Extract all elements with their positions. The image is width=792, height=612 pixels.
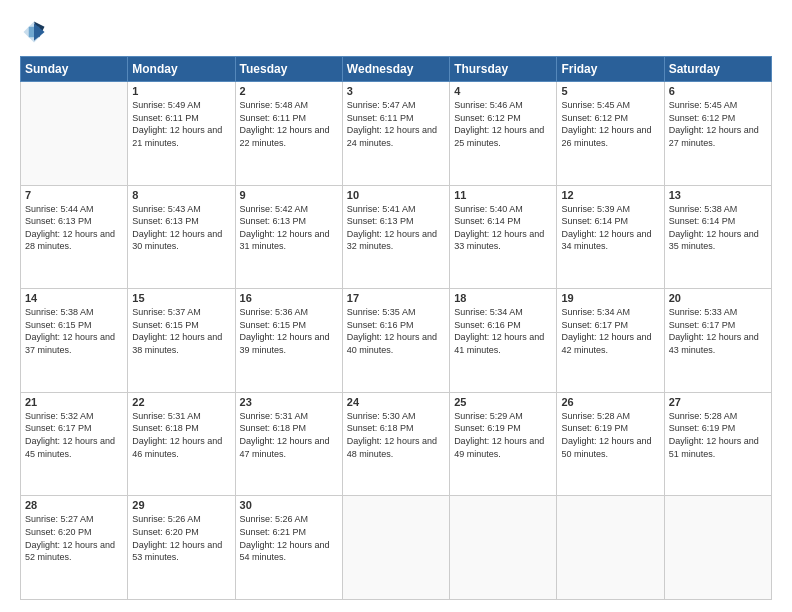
day-number: 2: [240, 85, 338, 97]
col-header-saturday: Saturday: [664, 57, 771, 82]
day-number: 10: [347, 189, 445, 201]
day-number: 3: [347, 85, 445, 97]
calendar-cell: 20Sunrise: 5:33 AMSunset: 6:17 PMDayligh…: [664, 289, 771, 393]
calendar-cell: 4Sunrise: 5:46 AMSunset: 6:12 PMDaylight…: [450, 82, 557, 186]
day-number: 25: [454, 396, 552, 408]
day-number: 9: [240, 189, 338, 201]
calendar-week-1: 1Sunrise: 5:49 AMSunset: 6:11 PMDaylight…: [21, 82, 772, 186]
day-info: Sunrise: 5:36 AMSunset: 6:15 PMDaylight:…: [240, 306, 338, 356]
day-info: Sunrise: 5:47 AMSunset: 6:11 PMDaylight:…: [347, 99, 445, 149]
header: [20, 18, 772, 46]
day-number: 4: [454, 85, 552, 97]
calendar-cell: 13Sunrise: 5:38 AMSunset: 6:14 PMDayligh…: [664, 185, 771, 289]
calendar-cell: [342, 496, 449, 600]
calendar-cell: 18Sunrise: 5:34 AMSunset: 6:16 PMDayligh…: [450, 289, 557, 393]
day-info: Sunrise: 5:38 AMSunset: 6:14 PMDaylight:…: [669, 203, 767, 253]
day-info: Sunrise: 5:41 AMSunset: 6:13 PMDaylight:…: [347, 203, 445, 253]
day-info: Sunrise: 5:34 AMSunset: 6:16 PMDaylight:…: [454, 306, 552, 356]
day-info: Sunrise: 5:44 AMSunset: 6:13 PMDaylight:…: [25, 203, 123, 253]
calendar-cell: 22Sunrise: 5:31 AMSunset: 6:18 PMDayligh…: [128, 392, 235, 496]
calendar-cell: 1Sunrise: 5:49 AMSunset: 6:11 PMDaylight…: [128, 82, 235, 186]
day-number: 17: [347, 292, 445, 304]
day-info: Sunrise: 5:34 AMSunset: 6:17 PMDaylight:…: [561, 306, 659, 356]
day-info: Sunrise: 5:48 AMSunset: 6:11 PMDaylight:…: [240, 99, 338, 149]
day-info: Sunrise: 5:45 AMSunset: 6:12 PMDaylight:…: [561, 99, 659, 149]
calendar-week-4: 21Sunrise: 5:32 AMSunset: 6:17 PMDayligh…: [21, 392, 772, 496]
day-info: Sunrise: 5:46 AMSunset: 6:12 PMDaylight:…: [454, 99, 552, 149]
day-info: Sunrise: 5:38 AMSunset: 6:15 PMDaylight:…: [25, 306, 123, 356]
day-number: 28: [25, 499, 123, 511]
day-number: 20: [669, 292, 767, 304]
calendar-cell: 8Sunrise: 5:43 AMSunset: 6:13 PMDaylight…: [128, 185, 235, 289]
day-info: Sunrise: 5:26 AMSunset: 6:21 PMDaylight:…: [240, 513, 338, 563]
day-info: Sunrise: 5:45 AMSunset: 6:12 PMDaylight:…: [669, 99, 767, 149]
col-header-thursday: Thursday: [450, 57, 557, 82]
day-info: Sunrise: 5:42 AMSunset: 6:13 PMDaylight:…: [240, 203, 338, 253]
calendar-cell: 7Sunrise: 5:44 AMSunset: 6:13 PMDaylight…: [21, 185, 128, 289]
calendar-cell: [21, 82, 128, 186]
day-info: Sunrise: 5:40 AMSunset: 6:14 PMDaylight:…: [454, 203, 552, 253]
day-info: Sunrise: 5:39 AMSunset: 6:14 PMDaylight:…: [561, 203, 659, 253]
calendar-table: SundayMondayTuesdayWednesdayThursdayFrid…: [20, 56, 772, 600]
day-info: Sunrise: 5:31 AMSunset: 6:18 PMDaylight:…: [132, 410, 230, 460]
day-number: 15: [132, 292, 230, 304]
calendar-cell: 19Sunrise: 5:34 AMSunset: 6:17 PMDayligh…: [557, 289, 664, 393]
calendar-cell: 27Sunrise: 5:28 AMSunset: 6:19 PMDayligh…: [664, 392, 771, 496]
day-number: 7: [25, 189, 123, 201]
day-number: 22: [132, 396, 230, 408]
calendar-cell: 28Sunrise: 5:27 AMSunset: 6:20 PMDayligh…: [21, 496, 128, 600]
calendar-cell: 24Sunrise: 5:30 AMSunset: 6:18 PMDayligh…: [342, 392, 449, 496]
logo: [20, 18, 50, 46]
day-number: 13: [669, 189, 767, 201]
day-number: 29: [132, 499, 230, 511]
calendar-week-2: 7Sunrise: 5:44 AMSunset: 6:13 PMDaylight…: [21, 185, 772, 289]
calendar-cell: 23Sunrise: 5:31 AMSunset: 6:18 PMDayligh…: [235, 392, 342, 496]
calendar-cell: 14Sunrise: 5:38 AMSunset: 6:15 PMDayligh…: [21, 289, 128, 393]
calendar-cell: 29Sunrise: 5:26 AMSunset: 6:20 PMDayligh…: [128, 496, 235, 600]
day-number: 26: [561, 396, 659, 408]
day-number: 12: [561, 189, 659, 201]
page: SundayMondayTuesdayWednesdayThursdayFrid…: [0, 0, 792, 612]
calendar-cell: 30Sunrise: 5:26 AMSunset: 6:21 PMDayligh…: [235, 496, 342, 600]
calendar-cell: 21Sunrise: 5:32 AMSunset: 6:17 PMDayligh…: [21, 392, 128, 496]
day-number: 14: [25, 292, 123, 304]
day-number: 30: [240, 499, 338, 511]
calendar-cell: 11Sunrise: 5:40 AMSunset: 6:14 PMDayligh…: [450, 185, 557, 289]
calendar-cell: 16Sunrise: 5:36 AMSunset: 6:15 PMDayligh…: [235, 289, 342, 393]
calendar-cell: 2Sunrise: 5:48 AMSunset: 6:11 PMDaylight…: [235, 82, 342, 186]
day-info: Sunrise: 5:43 AMSunset: 6:13 PMDaylight:…: [132, 203, 230, 253]
day-info: Sunrise: 5:28 AMSunset: 6:19 PMDaylight:…: [669, 410, 767, 460]
day-info: Sunrise: 5:30 AMSunset: 6:18 PMDaylight:…: [347, 410, 445, 460]
day-number: 6: [669, 85, 767, 97]
logo-icon: [20, 18, 48, 46]
day-number: 5: [561, 85, 659, 97]
day-info: Sunrise: 5:28 AMSunset: 6:19 PMDaylight:…: [561, 410, 659, 460]
calendar-cell: 5Sunrise: 5:45 AMSunset: 6:12 PMDaylight…: [557, 82, 664, 186]
day-info: Sunrise: 5:37 AMSunset: 6:15 PMDaylight:…: [132, 306, 230, 356]
calendar-cell: 12Sunrise: 5:39 AMSunset: 6:14 PMDayligh…: [557, 185, 664, 289]
day-number: 24: [347, 396, 445, 408]
calendar-cell: 15Sunrise: 5:37 AMSunset: 6:15 PMDayligh…: [128, 289, 235, 393]
day-info: Sunrise: 5:26 AMSunset: 6:20 PMDaylight:…: [132, 513, 230, 563]
col-header-wednesday: Wednesday: [342, 57, 449, 82]
calendar-cell: 17Sunrise: 5:35 AMSunset: 6:16 PMDayligh…: [342, 289, 449, 393]
col-header-friday: Friday: [557, 57, 664, 82]
day-number: 1: [132, 85, 230, 97]
day-info: Sunrise: 5:35 AMSunset: 6:16 PMDaylight:…: [347, 306, 445, 356]
calendar-cell: [557, 496, 664, 600]
calendar-cell: 3Sunrise: 5:47 AMSunset: 6:11 PMDaylight…: [342, 82, 449, 186]
day-info: Sunrise: 5:27 AMSunset: 6:20 PMDaylight:…: [25, 513, 123, 563]
calendar-week-5: 28Sunrise: 5:27 AMSunset: 6:20 PMDayligh…: [21, 496, 772, 600]
calendar-cell: 26Sunrise: 5:28 AMSunset: 6:19 PMDayligh…: [557, 392, 664, 496]
day-info: Sunrise: 5:32 AMSunset: 6:17 PMDaylight:…: [25, 410, 123, 460]
day-number: 19: [561, 292, 659, 304]
calendar-cell: [450, 496, 557, 600]
calendar-week-3: 14Sunrise: 5:38 AMSunset: 6:15 PMDayligh…: [21, 289, 772, 393]
day-number: 11: [454, 189, 552, 201]
day-number: 21: [25, 396, 123, 408]
day-number: 8: [132, 189, 230, 201]
day-info: Sunrise: 5:33 AMSunset: 6:17 PMDaylight:…: [669, 306, 767, 356]
col-header-monday: Monday: [128, 57, 235, 82]
calendar-cell: 10Sunrise: 5:41 AMSunset: 6:13 PMDayligh…: [342, 185, 449, 289]
day-info: Sunrise: 5:49 AMSunset: 6:11 PMDaylight:…: [132, 99, 230, 149]
